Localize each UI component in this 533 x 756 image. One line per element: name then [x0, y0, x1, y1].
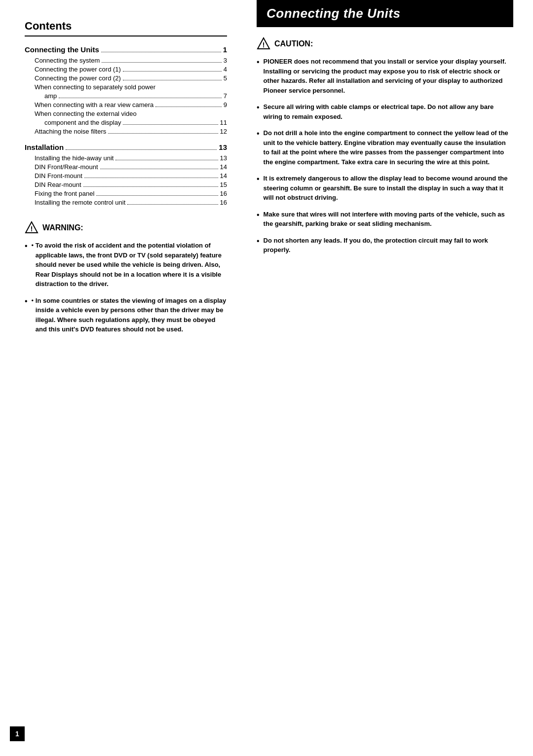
page-title: Connecting the Units — [257, 0, 513, 27]
caution-header: ! CAUTION: — [257, 37, 513, 51]
dots — [102, 62, 222, 63]
toc-entries-connecting: Connecting the system 3 Connecting the p… — [25, 57, 227, 135]
toc-entry-page: 9 — [224, 101, 227, 108]
toc-entry-text: When connecting the external video — [35, 110, 137, 117]
toc-section-connecting: Connecting the Units 1 Connecting the sy… — [25, 45, 227, 135]
warning-bullet-1-text: To avoid the risk of accident and the po… — [36, 241, 227, 289]
dots — [96, 195, 218, 196]
dots — [123, 124, 218, 125]
toc-section-label-installation: Installation — [25, 143, 64, 151]
toc-entry-text: When connecting to separately sold power — [35, 83, 155, 91]
dots — [123, 80, 222, 80]
caution-label: CAUTION: — [274, 39, 313, 48]
caution-bullet-2: Secure all wiring with cable clamps or e… — [257, 102, 513, 121]
toc-entry: component and the display 11 — [44, 119, 227, 126]
toc-entry: When connecting to separately sold power — [35, 83, 227, 91]
toc-entry: DIN Rear-mount 15 — [35, 181, 227, 188]
caution-bullet-5-text: Make sure that wires will not interfere … — [264, 210, 513, 229]
caution-icon: ! — [257, 37, 270, 51]
toc-entry: Connecting the power cord (2) 5 — [35, 74, 227, 82]
dots — [123, 71, 222, 72]
toc-entry-text: amp — [44, 92, 57, 100]
dots — [84, 178, 218, 178]
right-column: Connecting the Units ! CAUTION: PIONEER … — [242, 0, 533, 756]
toc-entry-text: When connecting with a rear view camera — [35, 101, 153, 108]
toc-entry: When connecting the external video — [35, 110, 227, 117]
toc-entry-page: 12 — [220, 128, 227, 135]
toc-entry: DIN Front-mount 14 — [35, 172, 227, 180]
toc-entry-page: 16 — [220, 190, 227, 197]
toc-entry-page: 16 — [220, 199, 227, 206]
toc-entry: Connecting the power cord (1) 4 — [35, 66, 227, 73]
caution-bullet-6: Do not shorten any leads. If you do, the… — [257, 236, 513, 255]
svg-text:!: ! — [31, 225, 33, 233]
warning-bullet-2-text: In some countries or states the viewing … — [36, 296, 227, 334]
warning-bullet-2-icon: • — [32, 296, 36, 306]
dots — [59, 98, 221, 98]
toc-entry-page: 4 — [224, 66, 227, 73]
toc-entry: Attaching the noise filters 12 — [35, 128, 227, 135]
toc-entry: DIN Front/Rear-mount 14 — [35, 163, 227, 171]
toc-section-label-connecting: Connecting the Units — [25, 45, 99, 54]
toc-entry: Installing the remote control unit 16 — [35, 199, 227, 206]
page-number: 1 — [15, 730, 19, 738]
caution-bullet-list: PIONEER does not recommend that you inst… — [257, 57, 513, 255]
toc-entry-page: 14 — [220, 172, 227, 180]
toc-section-page-installation: 13 — [219, 143, 227, 151]
dots — [108, 133, 218, 134]
dots — [127, 204, 218, 205]
toc-entry-text: Connecting the power cord (2) — [35, 74, 121, 82]
caution-bullet-2-text: Secure all wiring with cable clamps or e… — [264, 102, 513, 121]
dots — [115, 160, 218, 160]
caution-bullet-6-text: Do not shorten any leads. If you do, the… — [264, 236, 513, 255]
warning-icon: ! — [25, 221, 38, 235]
caution-bullet-3: Do not drill a hole into the engine comp… — [257, 128, 513, 167]
toc-entry-text: component and the display — [44, 119, 121, 126]
dots — [83, 186, 218, 187]
warning-bullet-1-icon: • — [32, 241, 36, 251]
toc-entry-page: 7 — [224, 92, 227, 100]
toc-entry-text: Fixing the front panel — [35, 190, 94, 197]
dots — [101, 52, 221, 52]
toc-entry-page: 15 — [220, 181, 227, 188]
toc-entry-text: Installing the hide-away unit — [35, 154, 114, 162]
caution-bullet-1-text: PIONEER does not recommend that you inst… — [264, 57, 513, 95]
dots — [155, 107, 221, 107]
warning-section: ! WARNING: • To avoid the risk of accide… — [25, 221, 227, 334]
toc-entry-page: 5 — [224, 74, 227, 82]
dots — [66, 149, 217, 150]
page-number-badge: 1 — [10, 726, 25, 741]
toc-entry-text: DIN Front/Rear-mount — [35, 163, 98, 171]
toc-entry-text: DIN Front-mount — [35, 172, 82, 180]
toc-section-page-connecting: 1 — [223, 45, 227, 54]
toc-entries-installation: Installing the hide-away unit 13 DIN Fro… — [25, 154, 227, 206]
toc-entry-page: 11 — [220, 119, 227, 126]
page-container: Contents Connecting the Units 1 Connecti… — [0, 0, 533, 756]
toc-entry-text: Connecting the system — [35, 57, 100, 64]
warning-label: WARNING: — [42, 223, 83, 232]
contents-title: Contents — [25, 20, 227, 36]
toc-entry-text: DIN Rear-mount — [35, 181, 81, 188]
warning-bullet-2: • In some countries or states the viewin… — [25, 296, 227, 334]
toc-entry: Fixing the front panel 16 — [35, 190, 227, 197]
toc-entry: amp 7 — [44, 92, 227, 100]
caution-bullet-3-text: Do not drill a hole into the engine comp… — [264, 128, 513, 167]
toc-entry-page: 13 — [220, 154, 227, 162]
toc-entry-text: Installing the remote control unit — [35, 199, 125, 206]
warning-header: ! WARNING: — [25, 221, 227, 235]
toc-section-installation: Installation 13 Installing the hide-away… — [25, 143, 227, 206]
caution-bullet-4: It is extremely dangerous to allow the d… — [257, 174, 513, 203]
warning-bullet-1: • To avoid the risk of accident and the … — [25, 241, 227, 289]
toc-entry-text: Attaching the noise filters — [35, 128, 106, 135]
warning-bullet-list: • To avoid the risk of accident and the … — [25, 241, 227, 334]
toc-entry-page: 14 — [220, 163, 227, 171]
left-column: Contents Connecting the Units 1 Connecti… — [0, 0, 242, 756]
caution-bullet-1: PIONEER does not recommend that you inst… — [257, 57, 513, 95]
toc-entry-text: Connecting the power cord (1) — [35, 66, 121, 73]
toc-entry: When connecting with a rear view camera … — [35, 101, 227, 108]
caution-bullet-5: Make sure that wires will not interfere … — [257, 210, 513, 229]
toc-entry: Installing the hide-away unit 13 — [35, 154, 227, 162]
svg-text:!: ! — [263, 41, 265, 49]
toc-entry: Connecting the system 3 — [35, 57, 227, 64]
dots — [100, 169, 218, 169]
